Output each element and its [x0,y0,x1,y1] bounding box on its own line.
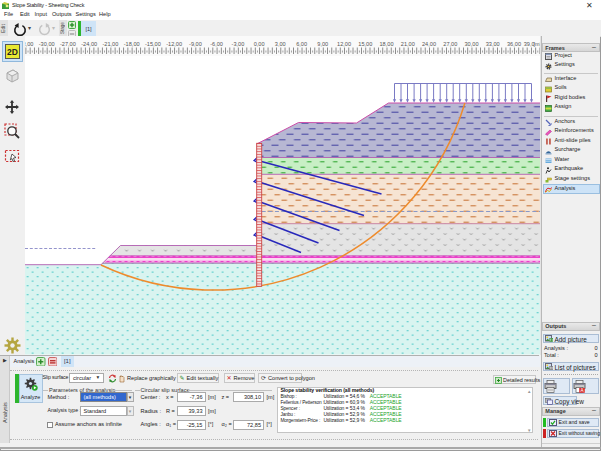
svg-text:33,00: 33,00 [485,41,499,47]
svg-text:-30,00: -30,00 [38,41,54,47]
svg-text:-9,00: -9,00 [189,41,202,47]
svg-text:A: A [580,388,583,393]
svg-text:36,00: 36,00 [507,41,521,47]
svg-text:-15,00: -15,00 [144,41,160,47]
svg-text:18,00: 18,00 [379,41,393,47]
svg-text:30,00: 30,00 [464,41,478,47]
svg-text:2D: 2D [7,47,18,57]
svg-text:-27,00: -27,00 [59,41,75,47]
svg-text:15,00: 15,00 [358,41,372,47]
svg-text:6,00: 6,00 [296,41,307,47]
svg-text:12,00: 12,00 [337,41,351,47]
svg-text:24,00: 24,00 [422,41,436,47]
svg-text:9,00: 9,00 [317,41,328,47]
svg-text:-18,00: -18,00 [123,41,139,47]
svg-text:27,00: 27,00 [443,41,457,47]
svg-text:-24,00: -24,00 [81,41,97,47]
svg-text:-12,00: -12,00 [166,41,182,47]
svg-text:-3,00: -3,00 [231,41,244,47]
svg-text:0,00: 0,00 [253,41,264,47]
svg-text:3,00: 3,00 [274,41,285,47]
svg-text:-6,00: -6,00 [210,41,223,47]
svg-text:-33,00: -33,00 [25,41,33,47]
svg-text:21,00: 21,00 [400,41,414,47]
svg-text:-21,00: -21,00 [102,41,118,47]
